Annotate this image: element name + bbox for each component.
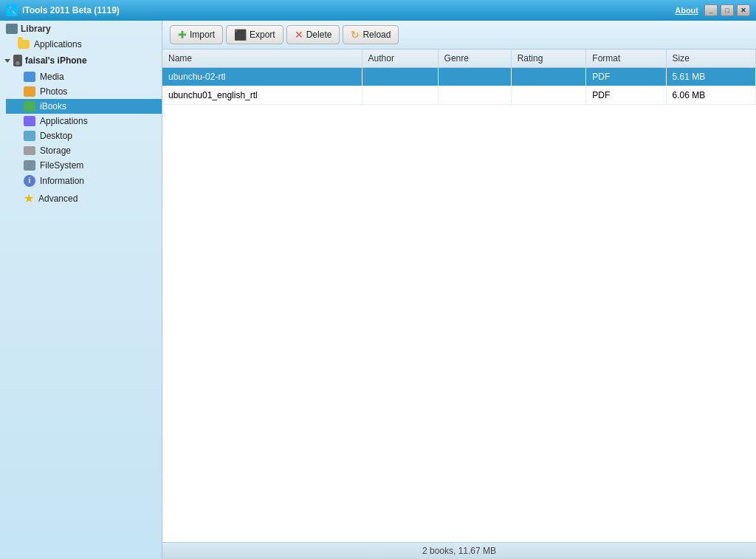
delete-button[interactable]: ✕ Delete <box>286 25 340 44</box>
col-name[interactable]: Name <box>162 49 362 68</box>
about-link[interactable]: About <box>675 6 698 15</box>
cell-name: ubunchu01_english_rtl <box>162 86 362 105</box>
sidebar-ibooks-label: iBooks <box>40 101 66 112</box>
app-icon: 🔧 <box>6 4 18 16</box>
sidebar-item-advanced[interactable]: ★ Advanced <box>6 189 162 208</box>
table-row[interactable]: ubunchu-02-rtlPDF5.61 MB <box>162 68 756 86</box>
cell-size: 6.06 MB <box>666 86 755 105</box>
desktop-icon <box>24 131 35 141</box>
toolbar: ✚ Import ⬛ Export ✕ Delete ↻ Reload <box>162 21 756 49</box>
library-header: Library <box>0 21 162 37</box>
table-container: Name Author Genre Rating Format Size ubu… <box>162 49 756 542</box>
cell-format: PDF <box>586 86 666 105</box>
import-icon: ✚ <box>178 29 187 41</box>
col-size[interactable]: Size <box>666 49 755 68</box>
title-bar: 🔧 iTools 2011 Beta (1119) About _ □ ✕ <box>0 0 756 21</box>
files-table: Name Author Genre Rating Format Size ubu… <box>162 49 756 105</box>
filesystem-icon <box>24 160 35 171</box>
info-icon: i <box>24 175 35 187</box>
maximize-button[interactable]: □ <box>721 4 734 16</box>
photos-icon <box>24 86 35 97</box>
sidebar-advanced-label: Advanced <box>38 193 78 204</box>
cell-genre <box>438 86 511 105</box>
cell-size: 5.61 MB <box>666 68 755 86</box>
library-apps-label: Applications <box>34 39 82 49</box>
sidebar-item-information[interactable]: i Information <box>6 173 162 189</box>
window-controls: _ □ ✕ <box>704 4 750 16</box>
sidebar-information-label: Information <box>40 176 84 186</box>
sidebar-item-library-apps[interactable]: Applications <box>0 37 162 52</box>
sidebar-item-ibooks[interactable]: iBooks <box>6 99 162 114</box>
sidebar-applications-label: Applications <box>40 116 88 126</box>
export-label: Export <box>250 30 275 40</box>
media-icon <box>24 72 35 82</box>
iphone-icon <box>13 55 22 66</box>
delete-icon: ✕ <box>295 29 303 41</box>
col-format[interactable]: Format <box>586 49 666 68</box>
export-icon: ⬛ <box>234 29 247 41</box>
reload-label: Reload <box>362 30 391 40</box>
col-author[interactable]: Author <box>362 49 438 68</box>
export-button[interactable]: ⬛ Export <box>226 25 284 44</box>
sidebar-storage-label: Storage <box>40 145 71 156</box>
status-bar: 2 books, 11.67 MB <box>162 542 756 559</box>
col-genre[interactable]: Genre <box>438 49 511 68</box>
cell-genre <box>438 68 511 86</box>
sidebar-item-applications[interactable]: Applications <box>6 114 162 128</box>
library-label: Library <box>21 24 51 34</box>
applications-icon <box>24 116 35 126</box>
table-row[interactable]: ubunchu01_english_rtlPDF6.06 MB <box>162 86 756 105</box>
title-bar-left: 🔧 iTools 2011 Beta (1119) <box>6 4 120 16</box>
sidebar-item-photos[interactable]: Photos <box>6 84 162 99</box>
content-area: ✚ Import ⬛ Export ✕ Delete ↻ Reload Name <box>162 21 756 559</box>
import-button[interactable]: ✚ Import <box>170 25 223 44</box>
star-icon: ★ <box>24 191 34 205</box>
cell-author <box>362 68 438 86</box>
sidebar-filesystem-label: FileSystem <box>40 160 83 171</box>
cell-format: PDF <box>586 68 666 86</box>
cell-rating <box>511 86 586 105</box>
table-header: Name Author Genre Rating Format Size <box>162 49 756 68</box>
folder-icon <box>18 40 30 49</box>
delete-label: Delete <box>306 30 332 40</box>
cell-author <box>362 86 438 105</box>
cell-name: ubunchu-02-rtl <box>162 68 362 86</box>
sidebar-media-label: Media <box>40 72 64 82</box>
sidebar-item-desktop[interactable]: Desktop <box>6 128 162 143</box>
col-rating[interactable]: Rating <box>511 49 586 68</box>
storage-icon <box>24 146 35 155</box>
table-body: ubunchu-02-rtlPDF5.61 MBubunchu01_englis… <box>162 68 756 105</box>
reload-icon: ↻ <box>351 29 360 41</box>
sidebar: Library Applications faisal's iPhone Med… <box>0 21 162 559</box>
ibooks-icon <box>24 101 35 112</box>
close-button[interactable]: ✕ <box>737 4 750 16</box>
sidebar-item-storage[interactable]: Storage <box>6 143 162 158</box>
device-children: Media Photos iBooks Applications Desktop… <box>6 69 162 208</box>
reload-button[interactable]: ↻ Reload <box>343 25 399 44</box>
app-title: iTools 2011 Beta (1119) <box>22 5 120 16</box>
library-icon <box>6 24 18 34</box>
status-text: 2 books, 11.67 MB <box>422 546 496 556</box>
sidebar-desktop-label: Desktop <box>40 131 72 141</box>
main-container: Library Applications faisal's iPhone Med… <box>0 21 756 559</box>
import-label: Import <box>190 30 215 40</box>
device-header[interactable]: faisal's iPhone <box>0 52 162 69</box>
sidebar-item-media[interactable]: Media <box>6 69 162 84</box>
device-label: faisal's iPhone <box>25 55 87 66</box>
cell-rating <box>511 68 586 86</box>
minimize-button[interactable]: _ <box>704 4 718 16</box>
expand-icon <box>4 59 10 63</box>
sidebar-photos-label: Photos <box>40 86 67 97</box>
sidebar-item-filesystem[interactable]: FileSystem <box>6 158 162 173</box>
